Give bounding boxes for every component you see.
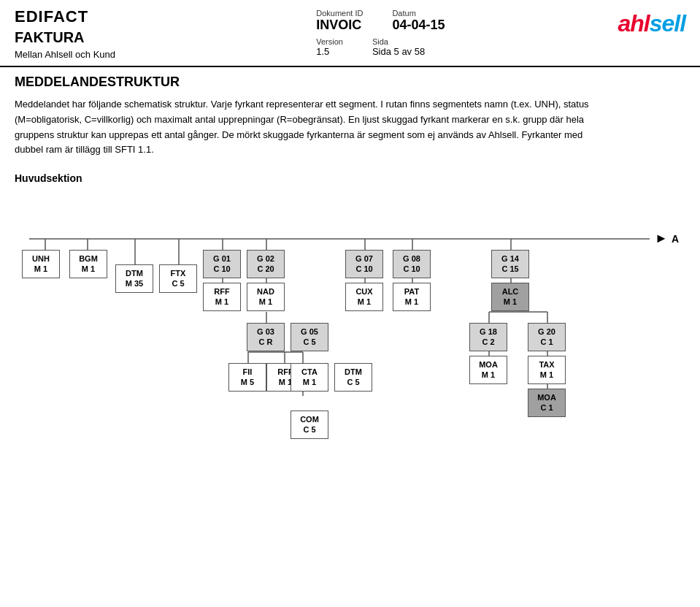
g07-box: G 07C 10 bbox=[345, 250, 383, 278]
diagram-container: ► A UNHM 1 BGMM 1 DTMM 35 FTXC 5 G 01C 1… bbox=[15, 199, 686, 476]
fii-box: FIIM 5 bbox=[228, 363, 266, 392]
ahlsell-logo: ahlsell bbox=[618, 10, 685, 37]
g01-box: G 01C 10 bbox=[203, 250, 241, 278]
com-box: COMC 5 bbox=[291, 411, 328, 439]
nad-box: NADM 1 bbox=[247, 283, 285, 311]
g08-box: G 08C 10 bbox=[393, 250, 431, 278]
section-title: MEDDELANDESTRUKTUR bbox=[15, 75, 685, 90]
unh-box: UNHM 1 bbox=[22, 250, 60, 278]
arrow-a: ► A bbox=[655, 231, 679, 246]
faktura-title: FAKTURA bbox=[15, 29, 316, 46]
g05-box: G 05C 5 bbox=[291, 323, 328, 351]
datum-value: 04-04-15 bbox=[392, 18, 445, 33]
mellan-text: Mellan Ahlsell och Kund bbox=[15, 49, 316, 60]
moa-g20-box: MOAC 1 bbox=[528, 389, 566, 417]
g02-box: G 02C 20 bbox=[247, 250, 285, 278]
dtm-box: DTMM 35 bbox=[115, 264, 153, 293]
version-label: Version bbox=[316, 37, 343, 46]
sida-label: Sida bbox=[372, 37, 425, 46]
arrow-label: A bbox=[672, 233, 679, 245]
header-right: ahlsell bbox=[618, 7, 685, 37]
arrow-icon: ► bbox=[655, 231, 668, 246]
bgm-box: BGMM 1 bbox=[69, 250, 107, 278]
ftx-box: FTXC 5 bbox=[159, 264, 197, 293]
huvud-section: Huvudsektion bbox=[0, 165, 700, 484]
cux-box: CUXM 1 bbox=[345, 283, 383, 311]
doc-id-value: INVOIC bbox=[316, 18, 363, 33]
rff-g01-box: RFFM 1 bbox=[203, 283, 241, 311]
cta-box: CTAM 1 bbox=[291, 363, 328, 392]
edifact-title: EDIFACT bbox=[15, 7, 316, 26]
g03-box: G 03C R bbox=[247, 323, 285, 351]
meddelandestruktur-section: MEDDELANDESTRUKTUR Meddelandet har följa… bbox=[0, 67, 700, 165]
g14-box: G 14C 15 bbox=[491, 250, 529, 278]
version-value: 1.5 bbox=[316, 46, 343, 57]
alc-box: ALCM 1 bbox=[491, 283, 529, 311]
header-center: Dokument ID INVOIC Datum 04-04-15 Versio… bbox=[316, 7, 618, 57]
tax-box: TAXM 1 bbox=[528, 356, 566, 384]
g18-box: G 18C 2 bbox=[469, 323, 507, 351]
datum-label: Datum bbox=[392, 9, 445, 18]
doc-id-label: Dokument ID bbox=[316, 9, 363, 18]
dtm2-box: DTMC 5 bbox=[334, 363, 372, 392]
header-left: EDIFACT FAKTURA Mellan Ahlsell och Kund bbox=[15, 7, 316, 60]
diagram-lines bbox=[15, 199, 686, 476]
intro-text: Meddelandet har följande schematisk stru… bbox=[15, 97, 613, 158]
page-header: EDIFACT FAKTURA Mellan Ahlsell och Kund … bbox=[0, 0, 700, 67]
g20-box: G 20C 1 bbox=[528, 323, 566, 351]
pat-box: PATM 1 bbox=[393, 283, 431, 311]
moa-g18-box: MOAM 1 bbox=[469, 356, 507, 384]
huvud-label: Huvudsektion bbox=[15, 172, 685, 184]
sida-value: Sida 5 av 58 bbox=[372, 46, 425, 57]
